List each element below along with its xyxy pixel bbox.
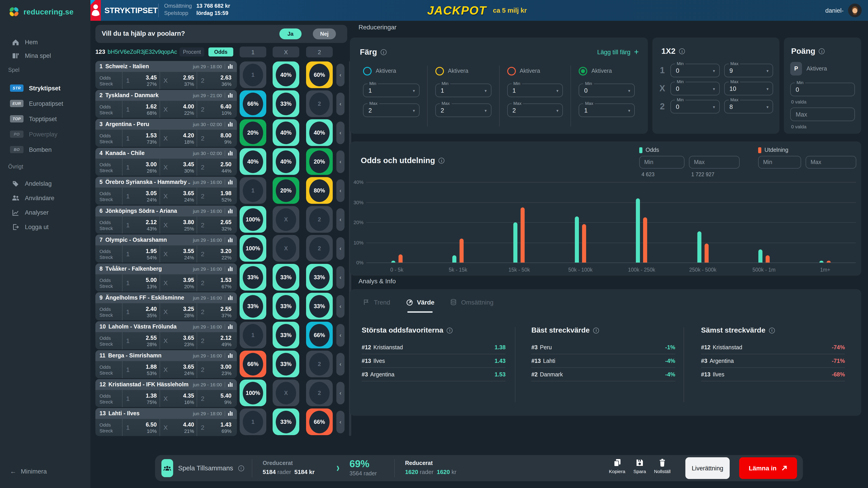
play-together-button[interactable] xyxy=(161,459,173,477)
odds-min-input[interactable]: Min xyxy=(639,156,684,168)
odds-toggle[interactable]: Odds xyxy=(209,47,233,57)
pick-button-x[interactable]: 33% xyxy=(273,264,299,291)
pick-button-x[interactable]: X xyxy=(273,380,299,406)
pool-yes-button[interactable]: Ja xyxy=(279,29,302,39)
pick-button-x[interactable]: 40% xyxy=(273,61,299,88)
pick-button-2[interactable]: 60% xyxy=(306,61,333,88)
pick-button-1[interactable]: 66% xyxy=(240,90,266,117)
color-radio[interactable] xyxy=(435,67,444,75)
pick-button-2[interactable]: 66% xyxy=(306,322,333,348)
1x2-min-select[interactable]: Min0▾ xyxy=(671,64,719,77)
stats-bars-icon[interactable] xyxy=(228,352,233,360)
collapse-row-button[interactable]: ‹ xyxy=(336,353,344,376)
pick-button-x[interactable]: X xyxy=(273,206,299,233)
farg-min-select[interactable]: Min0▾ xyxy=(579,84,635,97)
sidebar-item-anv-ndare[interactable]: Användare xyxy=(0,191,90,205)
pick-button-1[interactable]: 33% xyxy=(240,264,266,291)
pick-button-2[interactable]: 20% xyxy=(306,148,333,175)
live-correction-button[interactable]: Liverättning xyxy=(685,457,730,479)
1x2-max-select[interactable]: Max9▾ xyxy=(724,64,773,77)
color-radio[interactable] xyxy=(507,67,516,75)
pick-button-x[interactable]: 33% xyxy=(273,90,299,117)
reset-button[interactable]: Nollställ xyxy=(651,459,674,474)
pick-button-x[interactable]: 40% xyxy=(273,119,299,146)
1x2-max-select[interactable]: Max10▾ xyxy=(724,82,773,95)
farg-min-select[interactable]: Min1▾ xyxy=(363,84,420,97)
stats-bars-icon[interactable] xyxy=(228,323,233,331)
color-radio[interactable] xyxy=(579,67,587,75)
collapse-row-button[interactable]: ‹ xyxy=(336,295,344,318)
collapse-row-button[interactable]: ‹ xyxy=(336,411,344,433)
utdelning-min-input[interactable]: Min xyxy=(758,156,801,168)
tab-trend[interactable]: Trend xyxy=(363,298,390,313)
pick-button-1[interactable]: 1 xyxy=(240,177,266,204)
farg-min-select[interactable]: Min1▾ xyxy=(507,84,563,97)
pick-button-x[interactable]: X xyxy=(273,235,299,262)
pick-button-2[interactable]: 2 xyxy=(306,380,333,406)
poang-p-button[interactable]: P xyxy=(790,62,802,75)
pick-button-1[interactable]: 100% xyxy=(240,206,266,233)
utdelning-max-input[interactable]: Max xyxy=(806,156,856,168)
pick-button-1[interactable]: 100% xyxy=(240,380,266,406)
info-icon[interactable]: i xyxy=(238,465,244,471)
collapse-row-button[interactable]: ‹ xyxy=(336,180,344,202)
pick-button-x[interactable]: 40% xyxy=(273,148,299,175)
add-color-button[interactable]: Lägg till färg + xyxy=(597,47,639,57)
procent-toggle[interactable]: Procent xyxy=(180,47,204,57)
stats-bars-icon[interactable] xyxy=(228,91,233,99)
pick-button-2[interactable]: 80% xyxy=(306,177,333,204)
collapse-row-button[interactable]: ‹ xyxy=(336,208,344,231)
sidebar-item-logga-ut[interactable]: Logga ut xyxy=(0,220,90,234)
pick-button-1[interactable]: 100% xyxy=(240,235,266,262)
collapse-row-button[interactable]: ‹ xyxy=(336,324,344,347)
pick-button-1[interactable]: 33% xyxy=(240,293,266,320)
stats-bars-icon[interactable] xyxy=(228,265,233,273)
pick-button-1[interactable]: 40% xyxy=(240,148,266,175)
collapse-row-button[interactable]: ‹ xyxy=(336,122,344,144)
sidebar-item-topptipset[interactable]: TOPTopptipset xyxy=(0,111,90,127)
stats-bars-icon[interactable] xyxy=(228,178,233,186)
stats-bars-icon[interactable] xyxy=(228,62,233,70)
pick-button-2[interactable]: 2 xyxy=(306,351,333,377)
pick-button-x[interactable]: 33% xyxy=(273,351,299,377)
info-icon[interactable]: i xyxy=(679,48,685,54)
collapse-row-button[interactable]: ‹ xyxy=(336,93,344,115)
1x2-max-select[interactable]: Max8▾ xyxy=(724,100,773,113)
pick-button-2[interactable]: 2 xyxy=(306,206,333,233)
farg-max-select[interactable]: Max1▾ xyxy=(579,103,635,117)
info-icon[interactable]: i xyxy=(439,158,445,164)
stats-bars-icon[interactable] xyxy=(228,236,233,244)
pick-button-2[interactable]: 33% xyxy=(306,293,333,320)
sidebar-item-powerplay[interactable]: POPowerplay xyxy=(0,127,90,142)
brand-link[interactable]: reducering.se xyxy=(8,6,74,18)
stats-bars-icon[interactable] xyxy=(228,120,233,128)
copy-button[interactable]: Kopiera xyxy=(606,459,628,474)
save-button[interactable]: Spara xyxy=(628,459,651,474)
pool-no-button[interactable]: Nej xyxy=(313,29,336,39)
pick-button-1[interactable]: 66% xyxy=(240,351,266,377)
collapse-row-button[interactable]: ‹ xyxy=(336,382,344,404)
stats-bars-icon[interactable] xyxy=(228,207,233,215)
pick-button-1[interactable]: 1 xyxy=(240,61,266,88)
pick-button-2[interactable]: 33% xyxy=(306,264,333,291)
submit-button[interactable]: Lämna in xyxy=(739,457,797,479)
poang-max-input[interactable]: Max xyxy=(790,107,855,121)
sidebar-item-hem[interactable]: Hem xyxy=(0,35,90,49)
1x2-min-select[interactable]: Min0▾ xyxy=(671,82,719,95)
sidebar-item-andelslag[interactable]: Andelslag xyxy=(0,176,90,191)
pick-button-x[interactable]: 33% xyxy=(273,293,299,320)
pick-button-x[interactable]: 33% xyxy=(273,409,299,435)
pick-button-1[interactable]: 1 xyxy=(240,322,266,348)
collapse-row-button[interactable]: ‹ xyxy=(336,151,344,173)
stats-bars-icon[interactable] xyxy=(228,149,233,157)
tab-oms-ttning[interactable]: Omsättning xyxy=(450,298,493,313)
avatar[interactable] xyxy=(848,4,862,17)
pick-button-2[interactable]: 40% xyxy=(306,119,333,146)
pick-button-x[interactable]: 33% xyxy=(273,322,299,348)
info-icon[interactable]: i xyxy=(819,48,825,54)
tab-v-rde[interactable]: Värde xyxy=(405,298,434,313)
pick-button-2[interactable]: 2 xyxy=(306,90,333,117)
stats-bars-icon[interactable] xyxy=(228,294,233,302)
collapse-row-button[interactable]: ‹ xyxy=(336,237,344,260)
farg-max-select[interactable]: Max2▾ xyxy=(507,103,563,117)
